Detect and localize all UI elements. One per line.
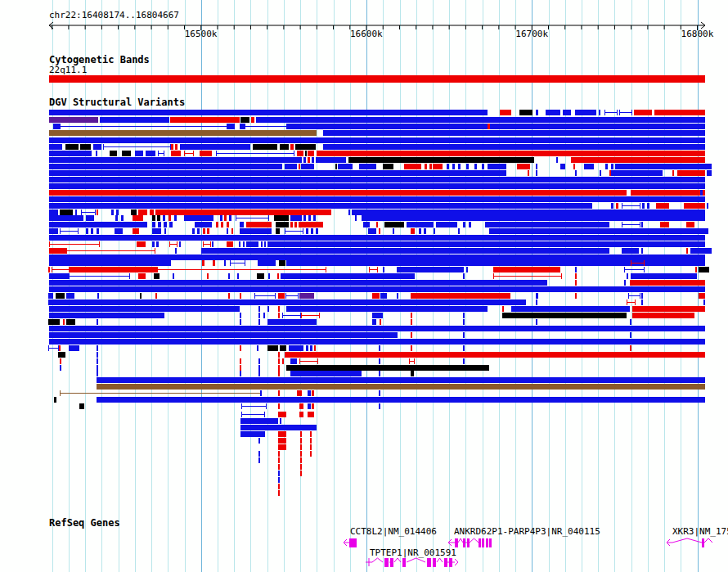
variant-segment[interactable] (463, 222, 465, 227)
variant-segment[interactable] (631, 260, 645, 266)
variant-segment[interactable] (556, 157, 558, 163)
variant-segment[interactable] (258, 365, 260, 371)
variant-segment[interactable] (173, 273, 174, 279)
variant-segment[interactable] (383, 164, 393, 169)
variant-segment[interactable] (278, 490, 280, 496)
variant-segment[interactable] (604, 110, 618, 115)
variant-segment[interactable] (489, 228, 708, 234)
variant-segment[interactable] (180, 144, 250, 150)
variant-segment[interactable] (338, 164, 353, 169)
variant-segment[interactable] (411, 228, 415, 234)
variant-segment[interactable] (60, 390, 261, 396)
variant-segment[interactable] (156, 241, 159, 247)
variant-segment[interactable] (380, 319, 381, 325)
variant-segment[interactable] (411, 319, 412, 325)
variant-segment[interactable] (241, 403, 267, 409)
variant-segment[interactable] (314, 345, 316, 351)
variant-segment[interactable] (300, 451, 302, 457)
variant-segment[interactable] (49, 254, 705, 260)
variant-segment[interactable] (686, 248, 688, 254)
variant-segment[interactable] (519, 110, 533, 115)
cytoband-feature-bar[interactable] (49, 75, 705, 83)
variant-segment[interactable] (154, 273, 160, 279)
variant-segment[interactable] (79, 403, 84, 409)
variant-segment[interactable] (195, 222, 212, 227)
variant-segment[interactable] (575, 280, 577, 286)
variant-segment[interactable] (458, 164, 461, 169)
variant-segment[interactable] (240, 418, 278, 424)
variant-segment[interactable] (630, 332, 631, 338)
variant-segment[interactable] (239, 241, 240, 247)
variant-segment[interactable] (290, 371, 362, 376)
variant-segment[interactable] (634, 110, 652, 115)
variant-segment[interactable] (245, 124, 288, 129)
variant-segment[interactable] (379, 228, 380, 234)
variant-segment[interactable] (379, 345, 380, 351)
variant-segment[interactable] (571, 157, 705, 163)
variant-segment[interactable] (622, 248, 639, 254)
variant-segment[interactable] (97, 293, 99, 299)
variant-segment[interactable] (536, 293, 538, 299)
variant-segment[interactable] (286, 365, 489, 371)
variant-segment[interactable] (278, 444, 286, 450)
variant-segment[interactable] (411, 345, 412, 351)
variant-segment[interactable] (49, 164, 282, 169)
variant-segment[interactable] (49, 306, 240, 312)
variant-segment[interactable] (379, 403, 380, 409)
variant-segment[interactable] (246, 222, 272, 227)
variant-segment[interactable] (411, 371, 414, 376)
variant-segment[interactable] (243, 241, 245, 247)
variant-segment[interactable] (131, 209, 137, 215)
variant-segment[interactable] (60, 358, 61, 364)
variant-segment[interactable] (306, 228, 308, 234)
variant-segment[interactable] (707, 203, 708, 209)
variant-segment[interactable] (97, 397, 705, 403)
variant-segment[interactable] (212, 241, 213, 247)
variant-segment[interactable] (207, 228, 209, 234)
variant-segment[interactable] (436, 222, 457, 227)
variant-segment[interactable] (197, 228, 200, 234)
variant-segment[interactable] (86, 215, 94, 221)
variant-segment[interactable] (278, 464, 280, 470)
variant-segment[interactable] (305, 151, 307, 156)
variant-segment[interactable] (619, 110, 632, 115)
variant-segment[interactable] (463, 273, 465, 279)
variant-segment[interactable] (48, 345, 59, 351)
variant-segment[interactable] (278, 457, 280, 463)
variant-segment[interactable] (184, 215, 213, 221)
variant-segment[interactable] (203, 241, 211, 247)
variant-segment[interactable] (278, 358, 280, 364)
variant-segment[interactable] (282, 358, 284, 364)
variant-segment[interactable] (49, 196, 705, 202)
variant-segment[interactable] (536, 170, 537, 176)
variant-segment[interactable] (630, 280, 705, 286)
variant-segment[interactable] (631, 273, 697, 279)
variant-segment[interactable] (308, 412, 314, 417)
variant-segment[interactable] (379, 390, 380, 396)
variant-segment[interactable] (240, 431, 265, 437)
variant-segment[interactable] (434, 228, 435, 234)
variant-segment[interactable] (301, 164, 314, 169)
variant-segment[interactable] (383, 267, 384, 272)
variant-segment[interactable] (97, 209, 98, 215)
variant-segment[interactable] (60, 228, 79, 234)
variant-segment[interactable] (115, 215, 118, 221)
variant-segment[interactable] (500, 110, 511, 115)
variant-segment[interactable] (299, 358, 318, 364)
variant-segment[interactable] (624, 267, 645, 272)
variant-segment[interactable] (642, 203, 645, 209)
variant-segment[interactable] (49, 215, 83, 221)
variant-segment[interactable] (493, 267, 560, 272)
variant-segment[interactable] (164, 222, 167, 227)
variant-segment[interactable] (49, 286, 705, 292)
variant-segment[interactable] (628, 293, 640, 299)
variant-segment[interactable] (69, 345, 79, 351)
variant-segment[interactable] (240, 345, 241, 351)
variant-segment[interactable] (228, 293, 230, 299)
variant-segment[interactable] (49, 151, 92, 156)
variant-segment[interactable] (66, 248, 155, 254)
variant-segment[interactable] (91, 228, 93, 234)
variant-segment[interactable] (158, 151, 164, 156)
variant-segment[interactable] (511, 306, 630, 312)
variant-segment[interactable] (536, 164, 537, 169)
